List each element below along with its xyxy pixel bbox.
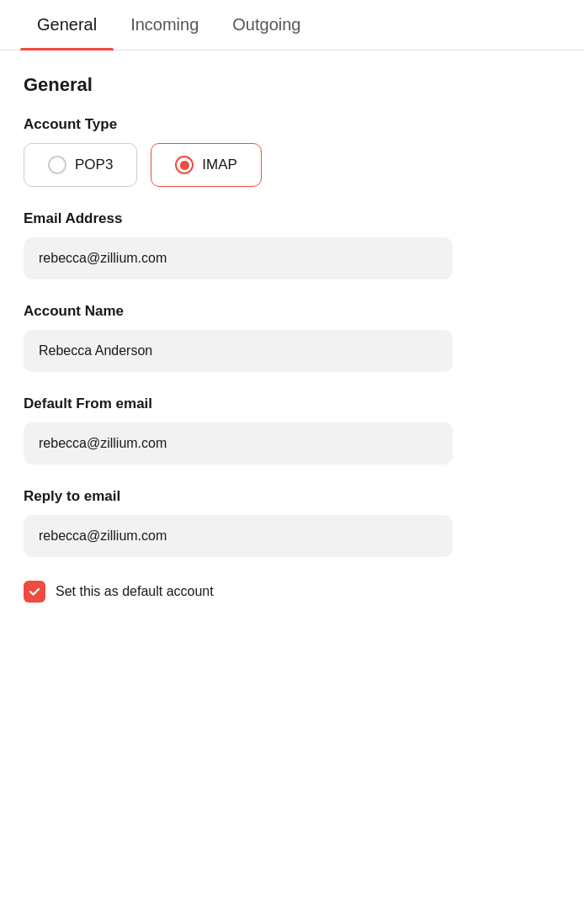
radio-pop3-circle: [48, 156, 66, 174]
account-type-options: POP3 IMAP: [24, 143, 560, 187]
tab-incoming[interactable]: Incoming: [114, 0, 215, 50]
default-account-row: Set this as default account: [24, 581, 560, 603]
email-address-input[interactable]: [24, 237, 453, 279]
radio-pop3[interactable]: POP3: [24, 143, 137, 187]
reply-to-email-input[interactable]: [24, 515, 453, 557]
account-type-group: Account Type POP3 IMAP: [24, 116, 560, 187]
reply-to-email-group: Reply to email: [24, 488, 560, 557]
tab-general[interactable]: General: [20, 0, 114, 50]
radio-imap[interactable]: IMAP: [151, 143, 262, 187]
email-address-label: Email Address: [24, 210, 560, 227]
email-address-group: Email Address: [24, 210, 560, 279]
account-name-input[interactable]: [24, 330, 453, 372]
default-from-email-input[interactable]: [24, 422, 453, 465]
tab-bar: General Incoming Outgoing: [0, 0, 584, 50]
default-from-email-label: Default From email: [24, 396, 560, 412]
account-name-label: Account Name: [24, 303, 560, 320]
default-account-label: Set this as default account: [56, 584, 214, 599]
radio-imap-circle: [175, 156, 194, 174]
account-name-group: Account Name: [24, 303, 560, 372]
section-title: General: [24, 74, 560, 96]
default-account-checkbox[interactable]: [24, 581, 45, 603]
reply-to-email-label: Reply to email: [24, 488, 560, 505]
tab-outgoing[interactable]: Outgoing: [215, 0, 317, 50]
default-from-email-group: Default From email: [24, 396, 560, 465]
radio-pop3-label: POP3: [75, 157, 113, 173]
account-type-label: Account Type: [24, 116, 560, 133]
content-area: General Account Type POP3 IMAP Email Add…: [0, 50, 584, 626]
radio-imap-label: IMAP: [202, 157, 237, 173]
checkmark-icon: [28, 585, 41, 598]
